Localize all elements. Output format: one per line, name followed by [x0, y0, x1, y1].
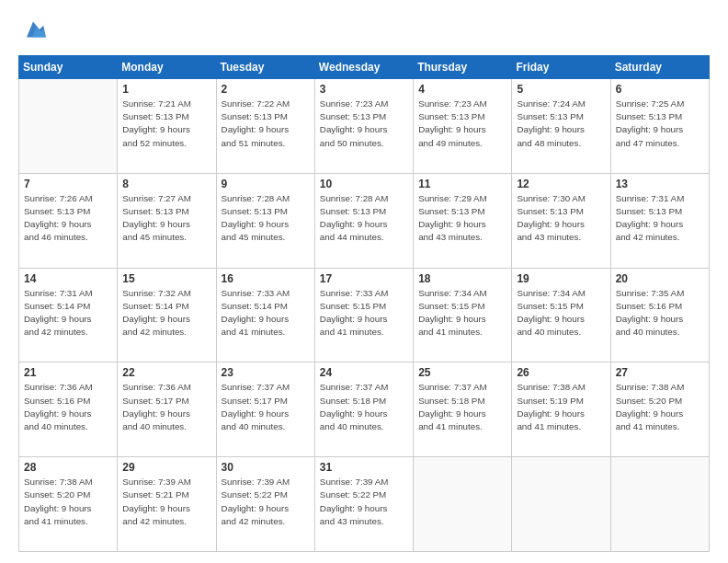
calendar-cell: 29Sunrise: 7:39 AMSunset: 5:21 PMDayligh… [118, 457, 216, 552]
day-info: Sunrise: 7:38 AMSunset: 5:20 PMDaylight:… [24, 476, 112, 528]
calendar-cell: 23Sunrise: 7:37 AMSunset: 5:17 PMDayligh… [216, 362, 314, 457]
calendar-cell [512, 457, 610, 552]
calendar-cell: 20Sunrise: 7:35 AMSunset: 5:16 PMDayligh… [610, 268, 709, 362]
calendar-week-row: 7Sunrise: 7:26 AMSunset: 5:13 PMDaylight… [19, 173, 710, 268]
calendar-cell [19, 79, 118, 174]
day-info: Sunrise: 7:22 AMSunset: 5:13 PMDaylight:… [222, 98, 310, 150]
header [18, 17, 710, 46]
calendar-cell [610, 457, 709, 552]
day-info: Sunrise: 7:35 AMSunset: 5:16 PMDaylight:… [616, 287, 704, 339]
day-number: 13 [616, 178, 704, 190]
day-info: Sunrise: 7:27 AMSunset: 5:13 PMDaylight:… [122, 192, 210, 245]
day-number: 28 [24, 461, 112, 474]
day-info: Sunrise: 7:25 AMSunset: 5:13 PMDaylight:… [616, 98, 704, 150]
day-number: 15 [122, 272, 210, 285]
day-info: Sunrise: 7:36 AMSunset: 5:17 PMDaylight:… [122, 381, 210, 433]
calendar-cell: 7Sunrise: 7:26 AMSunset: 5:13 PMDaylight… [19, 173, 118, 268]
day-number: 23 [222, 366, 310, 379]
calendar-cell: 17Sunrise: 7:33 AMSunset: 5:15 PMDayligh… [314, 268, 413, 362]
page: SundayMondayTuesdayWednesdayThursdayFrid… [0, 0, 728, 563]
day-info: Sunrise: 7:34 AMSunset: 5:15 PMDaylight:… [418, 287, 506, 339]
day-number: 20 [616, 272, 704, 285]
day-number: 18 [418, 272, 506, 285]
day-info: Sunrise: 7:28 AMSunset: 5:13 PMDaylight:… [320, 192, 408, 245]
calendar-week-row: 28Sunrise: 7:38 AMSunset: 5:20 PMDayligh… [19, 457, 710, 552]
day-number: 5 [517, 83, 605, 96]
day-info: Sunrise: 7:24 AMSunset: 5:13 PMDaylight:… [517, 98, 605, 150]
day-info: Sunrise: 7:39 AMSunset: 5:22 PMDaylight:… [320, 476, 408, 528]
calendar-cell: 15Sunrise: 7:32 AMSunset: 5:14 PMDayligh… [118, 268, 216, 362]
day-info: Sunrise: 7:38 AMSunset: 5:20 PMDaylight:… [616, 381, 704, 433]
day-number: 24 [320, 366, 408, 379]
day-info: Sunrise: 7:32 AMSunset: 5:14 PMDaylight:… [122, 287, 210, 339]
weekday-header-monday: Monday [118, 56, 216, 79]
day-number: 10 [320, 178, 408, 190]
day-info: Sunrise: 7:23 AMSunset: 5:13 PMDaylight:… [320, 98, 408, 150]
day-number: 30 [222, 461, 310, 474]
weekday-header-wednesday: Wednesday [314, 56, 413, 79]
calendar-cell: 19Sunrise: 7:34 AMSunset: 5:15 PMDayligh… [512, 268, 610, 362]
calendar-cell: 21Sunrise: 7:36 AMSunset: 5:16 PMDayligh… [19, 362, 118, 457]
calendar-week-row: 14Sunrise: 7:31 AMSunset: 5:14 PMDayligh… [19, 268, 710, 362]
day-info: Sunrise: 7:31 AMSunset: 5:13 PMDaylight:… [616, 192, 704, 245]
day-number: 9 [222, 178, 310, 190]
calendar-cell: 26Sunrise: 7:38 AMSunset: 5:19 PMDayligh… [512, 362, 610, 457]
calendar-cell: 11Sunrise: 7:29 AMSunset: 5:13 PMDayligh… [414, 173, 512, 268]
day-number: 21 [24, 366, 112, 379]
day-number: 4 [418, 83, 506, 96]
day-info: Sunrise: 7:31 AMSunset: 5:14 PMDaylight:… [24, 287, 112, 339]
day-number: 12 [517, 178, 605, 190]
calendar-table: SundayMondayTuesdayWednesdayThursdayFrid… [18, 55, 710, 552]
logo [18, 17, 50, 46]
weekday-header-friday: Friday [512, 56, 610, 79]
day-info: Sunrise: 7:33 AMSunset: 5:14 PMDaylight:… [222, 287, 310, 339]
day-number: 14 [24, 272, 112, 285]
day-number: 19 [517, 272, 605, 285]
weekday-header-saturday: Saturday [610, 56, 709, 79]
calendar-cell: 6Sunrise: 7:25 AMSunset: 5:13 PMDaylight… [610, 79, 709, 174]
calendar-week-row: 1Sunrise: 7:21 AMSunset: 5:13 PMDaylight… [19, 79, 710, 174]
day-number: 29 [122, 461, 210, 474]
calendar-cell: 22Sunrise: 7:36 AMSunset: 5:17 PMDayligh… [118, 362, 216, 457]
calendar-week-row: 21Sunrise: 7:36 AMSunset: 5:16 PMDayligh… [19, 362, 710, 457]
day-info: Sunrise: 7:36 AMSunset: 5:16 PMDaylight:… [24, 381, 112, 433]
day-number: 26 [517, 366, 605, 379]
calendar-cell: 28Sunrise: 7:38 AMSunset: 5:20 PMDayligh… [19, 457, 118, 552]
calendar-cell: 16Sunrise: 7:33 AMSunset: 5:14 PMDayligh… [216, 268, 314, 362]
calendar-cell: 4Sunrise: 7:23 AMSunset: 5:13 PMDaylight… [414, 79, 512, 174]
day-info: Sunrise: 7:21 AMSunset: 5:13 PMDaylight:… [122, 98, 210, 150]
calendar-cell: 12Sunrise: 7:30 AMSunset: 5:13 PMDayligh… [512, 173, 610, 268]
day-number: 27 [616, 366, 704, 379]
day-number: 25 [418, 366, 506, 379]
day-info: Sunrise: 7:39 AMSunset: 5:22 PMDaylight:… [222, 476, 310, 528]
logo-icon [20, 17, 46, 42]
calendar-cell: 14Sunrise: 7:31 AMSunset: 5:14 PMDayligh… [19, 268, 118, 362]
weekday-header-sunday: Sunday [19, 56, 118, 79]
weekday-header-thursday: Thursday [414, 56, 512, 79]
calendar-cell: 3Sunrise: 7:23 AMSunset: 5:13 PMDaylight… [314, 79, 413, 174]
day-info: Sunrise: 7:38 AMSunset: 5:19 PMDaylight:… [517, 381, 605, 433]
weekday-header-row: SundayMondayTuesdayWednesdayThursdayFrid… [19, 56, 710, 79]
day-info: Sunrise: 7:23 AMSunset: 5:13 PMDaylight:… [418, 98, 506, 150]
calendar-cell: 13Sunrise: 7:31 AMSunset: 5:13 PMDayligh… [610, 173, 709, 268]
calendar-cell: 30Sunrise: 7:39 AMSunset: 5:22 PMDayligh… [216, 457, 314, 552]
day-info: Sunrise: 7:26 AMSunset: 5:13 PMDaylight:… [24, 192, 112, 245]
calendar-cell: 5Sunrise: 7:24 AMSunset: 5:13 PMDaylight… [512, 79, 610, 174]
day-info: Sunrise: 7:33 AMSunset: 5:15 PMDaylight:… [320, 287, 408, 339]
calendar-cell [414, 457, 512, 552]
day-info: Sunrise: 7:29 AMSunset: 5:13 PMDaylight:… [418, 192, 506, 245]
day-info: Sunrise: 7:37 AMSunset: 5:18 PMDaylight:… [418, 381, 506, 433]
weekday-header-tuesday: Tuesday [216, 56, 314, 79]
day-info: Sunrise: 7:30 AMSunset: 5:13 PMDaylight:… [517, 192, 605, 245]
calendar-cell: 27Sunrise: 7:38 AMSunset: 5:20 PMDayligh… [610, 362, 709, 457]
day-number: 11 [418, 178, 506, 190]
calendar-cell: 24Sunrise: 7:37 AMSunset: 5:18 PMDayligh… [314, 362, 413, 457]
day-number: 1 [122, 83, 210, 96]
day-info: Sunrise: 7:37 AMSunset: 5:17 PMDaylight:… [222, 381, 310, 433]
day-number: 2 [222, 83, 310, 96]
day-number: 17 [320, 272, 408, 285]
calendar-cell: 25Sunrise: 7:37 AMSunset: 5:18 PMDayligh… [414, 362, 512, 457]
calendar-cell: 18Sunrise: 7:34 AMSunset: 5:15 PMDayligh… [414, 268, 512, 362]
day-number: 16 [222, 272, 310, 285]
day-number: 8 [122, 178, 210, 190]
